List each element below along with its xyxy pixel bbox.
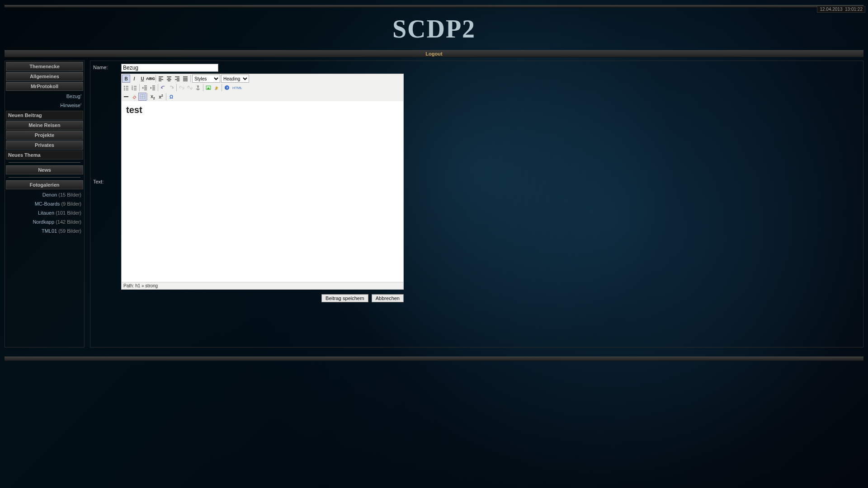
- name-label: Name:: [93, 64, 121, 70]
- sidebar-divider-1: [9, 162, 80, 163]
- hr-button[interactable]: [122, 93, 130, 101]
- indent-button[interactable]: [149, 84, 157, 92]
- ul-icon: [123, 85, 129, 90]
- undo-icon: [160, 85, 166, 90]
- gallery-item[interactable]: MC-Boards (9 Bilder): [5, 199, 84, 208]
- header: SCDP2: [0, 8, 868, 50]
- sidebar-item-news[interactable]: News: [6, 165, 83, 174]
- separator-icon: [156, 75, 156, 82]
- link-icon: [179, 85, 184, 90]
- align-justify-icon: [183, 76, 188, 81]
- undo-button[interactable]: [159, 84, 167, 92]
- separator-icon: [203, 84, 203, 91]
- sidebar-item-meine-reisen[interactable]: Meine Reisen: [6, 121, 83, 130]
- separator-icon: [222, 84, 222, 91]
- unlink-button[interactable]: [186, 84, 194, 92]
- separator-icon: [147, 93, 148, 100]
- separator-icon: [158, 84, 158, 91]
- help-button[interactable]: ?: [223, 84, 231, 92]
- svg-point-2: [124, 89, 125, 90]
- editor-path[interactable]: Path: h1 » strong: [122, 282, 403, 289]
- image-button[interactable]: [204, 84, 212, 92]
- unlink-icon: [187, 85, 193, 90]
- ol-icon: 123: [132, 85, 137, 90]
- sidebar-item-projekte[interactable]: Projekte: [6, 131, 83, 140]
- sidebar-item-themenecke[interactable]: Themenecke: [6, 62, 83, 71]
- separator-icon: [190, 75, 191, 82]
- superscript-button[interactable]: x2: [157, 93, 165, 101]
- sidebar-item-neues-thema[interactable]: Neues Thema: [6, 150, 83, 160]
- sidebar-sub-hinweise[interactable]: Hinweise': [5, 101, 84, 110]
- eraser-icon: [132, 94, 137, 99]
- anchor-button[interactable]: [194, 84, 202, 92]
- gallery-item[interactable]: TML01 (59 Bilder): [5, 226, 84, 235]
- time-text: 13:01:22: [845, 7, 863, 12]
- format-select[interactable]: Heading 1: [221, 75, 249, 83]
- align-center-icon: [166, 76, 172, 81]
- align-left-button[interactable]: [157, 75, 165, 83]
- anchor-icon: [195, 85, 201, 90]
- datetime-display: 12.04.2013 13:01:22: [817, 6, 865, 13]
- date-text: 12.04.2013: [820, 7, 842, 12]
- nav-bar: Logout: [5, 50, 863, 57]
- visual-aid-button[interactable]: [138, 93, 146, 101]
- svg-point-0: [124, 86, 125, 87]
- separator-icon: [176, 84, 177, 91]
- separator-icon: [166, 93, 166, 100]
- svg-text:?: ?: [226, 86, 228, 90]
- align-center-button[interactable]: [165, 75, 173, 83]
- underline-button[interactable]: U: [138, 75, 146, 83]
- editor: B I U ABC Styles Heading 1: [121, 74, 404, 290]
- logout-link[interactable]: Logout: [425, 51, 442, 56]
- align-justify-button[interactable]: [181, 75, 189, 83]
- gallery-item[interactable]: Litauen (101 Bilder): [5, 208, 84, 217]
- grid-icon: [140, 94, 145, 99]
- sidebar-divider-2: [9, 177, 80, 178]
- name-input[interactable]: [121, 64, 218, 72]
- content-text: test: [126, 105, 142, 115]
- image-icon: [206, 85, 211, 90]
- svg-text:3: 3: [132, 89, 133, 90]
- content-area: Name: Text: B I U ABC: [90, 61, 863, 347]
- sidebar-sub-bezug[interactable]: Bezug': [5, 92, 84, 101]
- sidebar-item-neuen-beitrag[interactable]: Neuen Beitrag: [6, 111, 83, 120]
- cancel-button[interactable]: Abbrechen: [372, 294, 404, 302]
- help-icon: ?: [224, 85, 230, 90]
- indent-icon: [150, 85, 156, 90]
- align-left-icon: [158, 76, 164, 81]
- strikethrough-button[interactable]: ABC: [146, 75, 155, 83]
- charmap-button[interactable]: Ω: [167, 93, 175, 101]
- editor-content-area[interactable]: test: [122, 101, 403, 282]
- align-right-icon: [175, 76, 180, 81]
- ordered-list-button[interactable]: 123: [130, 84, 138, 92]
- svg-point-1: [124, 88, 125, 89]
- gallery-item[interactable]: Denon (15 Bilder): [5, 190, 84, 199]
- save-button[interactable]: Beitrag speichern: [321, 294, 368, 302]
- redo-icon: [169, 85, 174, 90]
- align-right-button[interactable]: [173, 75, 181, 83]
- cleanup-button[interactable]: [212, 84, 221, 92]
- sidebar-item-allgemeines[interactable]: Allgemeines: [6, 72, 83, 81]
- outdent-icon: [142, 85, 147, 90]
- sidebar: Themenecke Allgemeines MrProtokoll Bezug…: [5, 61, 85, 347]
- gallery-item[interactable]: Nordkapp (142 Bilder): [5, 217, 84, 226]
- styles-select[interactable]: Styles: [192, 75, 220, 83]
- redo-button[interactable]: [167, 84, 175, 92]
- toolbar: B I U ABC Styles Heading 1: [122, 74, 403, 101]
- hr-icon: [123, 94, 129, 99]
- text-label: Text:: [93, 179, 121, 184]
- footer-bar: [5, 357, 863, 361]
- separator-icon: [139, 84, 140, 91]
- outdent-button[interactable]: [141, 84, 149, 92]
- remove-format-button[interactable]: [130, 93, 138, 101]
- subscript-button[interactable]: x2: [149, 93, 157, 101]
- sidebar-item-mrprotokoll[interactable]: MrProtokoll: [6, 82, 83, 91]
- link-button[interactable]: [178, 84, 186, 92]
- html-button[interactable]: HTML: [231, 84, 244, 92]
- italic-button[interactable]: I: [130, 75, 138, 83]
- bold-button[interactable]: B: [122, 75, 130, 83]
- sidebar-item-fotogalerien[interactable]: Fotogalerien: [6, 180, 83, 189]
- sidebar-item-privates[interactable]: Privates: [6, 141, 83, 150]
- site-title: SCDP2: [392, 14, 476, 43]
- unordered-list-button[interactable]: [122, 84, 130, 92]
